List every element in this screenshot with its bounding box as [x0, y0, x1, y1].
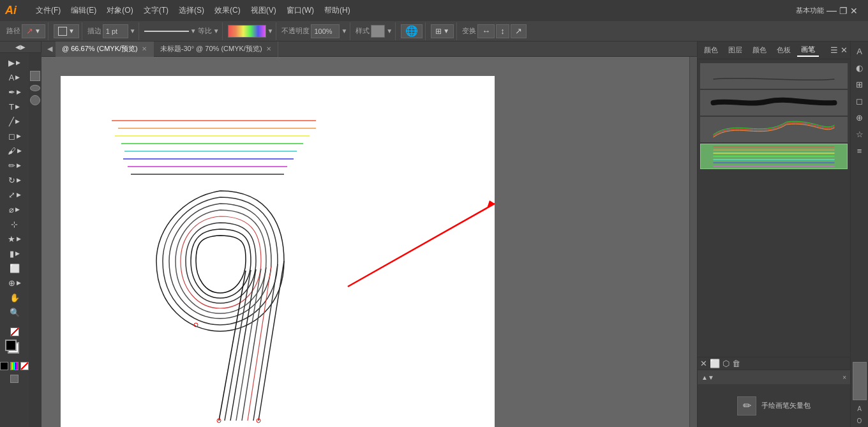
far-right-btn-3[interactable]: ⊞ — [853, 77, 867, 91]
right-panel-bottom: ▲▼ × ✏ 手绘画笔矢量包 — [698, 370, 850, 427]
brush-item-3[interactable] — [700, 117, 848, 142]
menu-text[interactable]: 文字(T) — [138, 0, 174, 21]
menu-help[interactable]: 帮助(H) — [319, 0, 355, 21]
tool-paintbrush[interactable]: 🖌 ▶ — [2, 144, 27, 158]
screen-mode-btn[interactable] — [10, 375, 19, 383]
tool-selection[interactable]: ▶ ▶ — [2, 56, 27, 70]
globe-btn[interactable]: 🌐 — [401, 24, 423, 38]
tab-1-label: 未标题-30° @ 70% (CMYK/预览) — [160, 44, 262, 54]
shape-btn[interactable]: ▼ — [54, 24, 79, 38]
tab-1-close[interactable]: ✕ — [266, 45, 271, 52]
maximize-btn[interactable]: ❐ — [839, 6, 848, 16]
svg-line-9 — [253, 264, 278, 421]
shape-ellipse-small[interactable] — [30, 85, 40, 91]
color-mode-btn[interactable] — [0, 362, 8, 370]
stroke-width-input[interactable] — [103, 24, 128, 38]
far-right-btn-5[interactable]: ⊕ — [853, 110, 867, 124]
tool-width[interactable]: ⊹ — [2, 217, 27, 231]
far-right-btn-1[interactable]: A — [853, 44, 867, 58]
tab-0[interactable]: @ 66.67% (CMYK/预览) ✕ — [56, 41, 154, 57]
tool-warp[interactable]: ⌀ ▶ — [2, 202, 27, 216]
far-right-btn-7[interactable]: ≡ — [853, 144, 867, 158]
rpanel-tab-brushes[interactable]: 画笔 — [797, 43, 819, 57]
none-btn[interactable] — [20, 362, 29, 370]
panel-close-btn[interactable]: ✕ — [841, 45, 848, 55]
rpanel-tab-swatches[interactable]: 色板 — [773, 44, 795, 56]
workspace-dropdown[interactable]: 基本功能 — [796, 6, 824, 15]
fill-stroke-display[interactable] — [5, 340, 24, 357]
shape-circle-small[interactable] — [30, 95, 40, 105]
transform-label: 变换 — [462, 26, 476, 36]
rpanel-tab-color2[interactable]: 颜色 — [749, 44, 770, 56]
style-label: 样式 — [355, 26, 370, 36]
far-right-btn-2[interactable]: ◐ — [853, 61, 867, 75]
brush-new-btn[interactable]: ✕ — [700, 359, 707, 368]
minimize-btn[interactable]: — — [827, 5, 837, 17]
opacity-input[interactable] — [311, 24, 340, 38]
canvas-vscroll[interactable] — [689, 57, 697, 427]
transform-btn[interactable]: ↔ — [477, 24, 495, 38]
color-swatches — [0, 325, 31, 386]
brush-pack-icon: ✏ — [737, 396, 756, 416]
align-btn[interactable]: ⊞ ▼ — [431, 24, 454, 38]
tabs-scroll-left[interactable]: ◀ — [44, 45, 56, 53]
rpanel-tab-color[interactable]: 颜色 — [700, 44, 722, 56]
gradient-btn[interactable] — [10, 362, 19, 370]
menu-window[interactable]: 窗口(W) — [281, 0, 319, 21]
tool-hand[interactable]: ✋ — [2, 290, 27, 304]
tool-direct-selection[interactable]: A ▶ — [2, 70, 27, 84]
close-btn[interactable]: ✕ — [850, 6, 858, 16]
menu-effect[interactable]: 效果(C) — [209, 0, 246, 21]
far-right-slider[interactable] — [853, 362, 867, 400]
brush-item-4[interactable] — [700, 144, 848, 169]
tool-symbol[interactable]: ★ ▶ — [2, 232, 27, 246]
toolbar-align-group: ⊞ ▼ — [428, 22, 457, 40]
brush-delete-btn[interactable]: 🗑 — [732, 359, 740, 368]
menu-view[interactable]: 视图(V) — [246, 0, 281, 21]
tool-type[interactable]: T ▶ — [2, 100, 27, 114]
tool-pencil[interactable]: ✏ ▶ — [2, 158, 27, 172]
tool-slice[interactable]: ⊕ ▶ — [2, 276, 27, 290]
menu-select[interactable]: 选择(S) — [174, 0, 209, 21]
toolbar-opacity-group: 不透明度 ▼ — [279, 22, 350, 40]
tool-scale[interactable]: ⤢ ▶ — [2, 188, 27, 202]
path-type-btn[interactable]: ↗ ▼ — [22, 24, 45, 38]
menu-object[interactable]: 对象(O) — [101, 0, 138, 21]
tool-pen[interactable]: ✒ ▶ — [2, 85, 27, 99]
rpanel-tab-layers[interactable]: 图层 — [724, 44, 746, 56]
brush-duplicate-btn[interactable]: ⬜ — [710, 359, 720, 368]
artboard — [61, 76, 495, 427]
tool-rect[interactable]: ◻ ▶ — [2, 129, 27, 143]
tool-rotate[interactable]: ↻ ▶ — [2, 173, 27, 187]
shape-rect-small[interactable] — [30, 71, 40, 81]
tab-0-close[interactable]: ✕ — [142, 45, 147, 52]
tools-main: ▶ ▶ A ▶ ✒ ▶ T ▶ ╱ ▶ ◻ ▶ 🖌 ▶ ✏ ▶ ↻ ▶ ⤢ ▶ … — [0, 53, 29, 427]
transform-btn3[interactable]: ↗ — [511, 24, 527, 38]
tool-line[interactable]: ╱ ▶ — [2, 114, 27, 128]
tool-artboard[interactable]: ⬜ — [2, 261, 27, 275]
far-right-bottom2: O — [857, 417, 862, 427]
panel-menu-btn[interactable]: ☰ — [830, 45, 838, 55]
transform-btn2[interactable]: ↕ — [496, 24, 509, 38]
brush-move-btn[interactable]: ⬡ — [722, 359, 730, 368]
toolbar-stroke-group: 描边 ▼ — [85, 22, 139, 40]
no-stroke-swatch[interactable] — [10, 327, 19, 336]
tabs-row: ◀ @ 66.67% (CMYK/预览) ✕ 未标题-30° @ 70% (CM… — [41, 41, 697, 57]
canvas-area: ◀ @ 66.67% (CMYK/预览) ✕ 未标题-30° @ 70% (CM… — [41, 41, 697, 427]
panel-collapse-left[interactable]: ◀▶ — [0, 41, 41, 53]
tool-chart[interactable]: ▮ ▶ — [2, 246, 27, 260]
toolbar-style-group: 样式 ▼ — [353, 22, 396, 40]
brush-item-2[interactable] — [700, 90, 848, 116]
menu-file[interactable]: 文件(F) — [31, 0, 66, 21]
scale-label: 等比 — [198, 26, 212, 36]
tab-1[interactable]: 未标题-30° @ 70% (CMYK/预览) ✕ — [154, 41, 278, 57]
main-layout: ◀▶ ▶ ▶ A ▶ ✒ ▶ T ▶ ╱ ▶ ◻ ▶ 🖌 ▶ ✏ ▶ ↻ ▶ ⤢… — [0, 41, 868, 427]
path-label: 路径 — [6, 26, 20, 36]
menu-edit[interactable]: 编辑(E) — [66, 0, 101, 21]
far-right-btn-4[interactable]: ◻ — [853, 94, 867, 108]
far-right-btn-6[interactable]: ☆ — [853, 127, 867, 141]
brush-item-1[interactable] — [700, 63, 848, 89]
tool-zoom[interactable]: 🔍 — [2, 305, 27, 319]
rpanel-bottom-content: ✏ 手绘画笔矢量包 — [698, 384, 850, 427]
canvas-content[interactable] — [41, 57, 697, 427]
